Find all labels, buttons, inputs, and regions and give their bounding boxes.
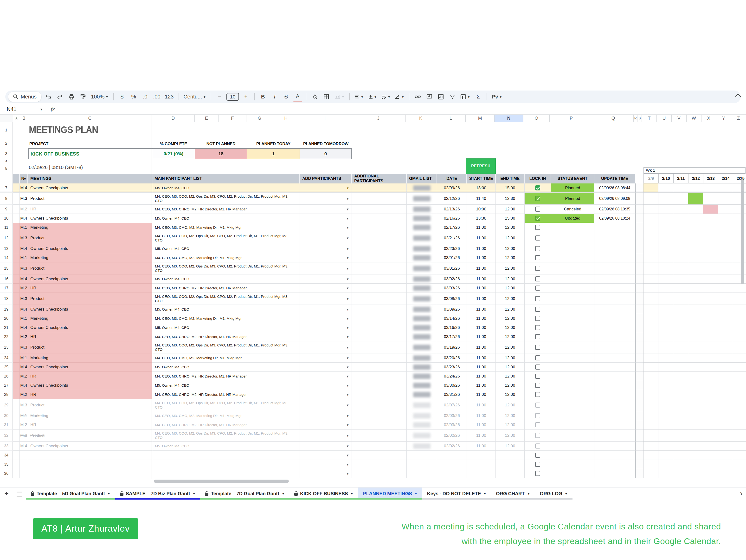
cell-meeting-no[interactable]: M.1 [20, 354, 28, 363]
row-number[interactable]: 20 [0, 314, 13, 323]
cell-status-event[interactable] [551, 363, 594, 372]
dropdown-caret-icon[interactable]: ▼ [346, 236, 349, 240]
gantt-cell[interactable] [733, 469, 746, 478]
cell-start-time[interactable]: 11:00 [467, 262, 496, 275]
cell-gmail[interactable] [407, 469, 437, 478]
insert-chart-button[interactable] [436, 92, 446, 102]
gantt-cell[interactable] [658, 363, 673, 372]
gantt-cell[interactable] [703, 460, 718, 469]
cell-col-a[interactable] [13, 372, 20, 381]
gantt-cell[interactable] [718, 262, 733, 275]
gantt-cell[interactable] [688, 293, 703, 305]
cell-status-event[interactable] [551, 332, 594, 341]
gantt-cell[interactable] [688, 429, 703, 442]
lock-checkbox-unchecked[interactable] [535, 345, 540, 350]
cell-additional-participants[interactable] [352, 323, 407, 332]
cell-additional-participants[interactable] [352, 293, 407, 305]
column-header-T[interactable]: T [642, 115, 657, 122]
cell-end-time[interactable]: 12:00 [496, 399, 525, 411]
paint-format-button[interactable] [79, 92, 88, 102]
cell-update-time[interactable] [594, 275, 635, 284]
column-header-K[interactable]: K [406, 115, 436, 122]
gantt-cell[interactable] [673, 205, 688, 214]
gantt-cell[interactable] [688, 193, 703, 205]
cell-update-time[interactable] [594, 244, 635, 253]
cell-update-time[interactable] [594, 411, 635, 420]
gantt-cell[interactable] [658, 429, 673, 442]
cell-end-time[interactable] [496, 451, 525, 460]
cell-date[interactable]: 02/03/26 [437, 420, 467, 429]
cell-update-time[interactable] [594, 341, 635, 354]
gantt-cell[interactable] [688, 390, 703, 399]
cell-additional-participants[interactable] [352, 429, 407, 442]
lock-checkbox-unchecked[interactable] [535, 471, 540, 476]
cell-col-a[interactable] [13, 232, 20, 244]
gantt-cell[interactable] [658, 223, 673, 232]
lock-checkbox-unchecked[interactable] [535, 374, 540, 379]
cell-end-time[interactable]: 12:00 [496, 244, 525, 253]
row-number[interactable]: 32 [0, 429, 13, 442]
gantt-cell[interactable] [703, 205, 718, 214]
gantt-cell[interactable] [718, 341, 733, 354]
gantt-cell[interactable] [703, 262, 718, 275]
complete-label[interactable]: % COMPLETE [152, 142, 195, 148]
gantt-cell[interactable] [718, 399, 733, 411]
cell-status-event[interactable]: Canceled [551, 205, 594, 214]
cell-participant-list[interactable] [152, 451, 300, 460]
cell-start-time[interactable]: 11:00 [467, 223, 496, 232]
gantt-cell[interactable] [733, 372, 746, 381]
cell-start-time[interactable]: 10:00 [467, 205, 496, 214]
cell-spacer[interactable] [635, 469, 643, 478]
cell-additional-participants[interactable] [352, 332, 407, 341]
row-number[interactable]: 27 [0, 381, 13, 390]
add-sheet-button[interactable]: + [0, 487, 13, 500]
dropdown-caret-icon[interactable]: ▼ [346, 277, 349, 281]
cell-meeting-name[interactable]: Product [28, 262, 152, 275]
gantt-cell[interactable] [673, 275, 688, 284]
cell-meeting-no[interactable]: M.3 [20, 293, 28, 305]
dropdown-caret-icon[interactable]: ▼ [346, 217, 349, 220]
gantt-cell[interactable] [643, 223, 658, 232]
column-header-A[interactable]: A [13, 115, 20, 122]
cell-add-participants[interactable]: ▼ [300, 460, 352, 469]
gantt-cell[interactable] [733, 442, 746, 451]
cell-spacer[interactable] [635, 232, 643, 244]
gantt-cell[interactable] [718, 354, 733, 363]
cell-start-time[interactable]: 11:00 [467, 314, 496, 323]
gantt-cell[interactable] [658, 314, 673, 323]
cell-meeting-name[interactable]: Owners Checkpoints [28, 363, 152, 372]
gantt-cell[interactable] [643, 244, 658, 253]
cell-additional-participants[interactable] [352, 305, 407, 314]
cell-end-time[interactable]: 12:00 [496, 293, 525, 305]
gantt-cell[interactable] [718, 442, 733, 451]
row-number[interactable]: 25 [0, 363, 13, 372]
cell-meeting-no[interactable]: M.4 [20, 244, 28, 253]
cell-spacer[interactable] [635, 305, 643, 314]
row-number[interactable]: 35 [0, 460, 13, 469]
sheet-tab-sample-7d-biz-plan-gantt[interactable]: SAMPLE – 7D Biz Plan Gantt▼ [115, 487, 200, 500]
redo-button[interactable] [55, 92, 64, 102]
cell-lock-in[interactable] [525, 305, 551, 314]
cell-gmail[interactable] [407, 244, 437, 253]
column-header-Y[interactable]: Y [716, 115, 731, 122]
cell-lock-in[interactable] [525, 205, 551, 214]
cell-additional-participants[interactable] [352, 275, 407, 284]
cell-meeting-name[interactable]: HR [28, 372, 152, 381]
cell-additional-participants[interactable] [352, 314, 407, 323]
gantt-cell[interactable] [658, 381, 673, 390]
cell-col-a[interactable] [13, 244, 20, 253]
print-button[interactable] [67, 92, 76, 102]
gantt-cell[interactable] [643, 469, 658, 478]
column-header-M[interactable]: M [466, 115, 494, 122]
gantt-cell[interactable] [703, 390, 718, 399]
lock-checkbox-unchecked[interactable] [535, 206, 540, 212]
insert-comment-button[interactable] [425, 92, 434, 102]
cell-status-event[interactable] [551, 354, 594, 363]
cell-add-participants[interactable]: ▼ [300, 372, 352, 381]
sheet-tab-keys-do-not-delete[interactable]: Keys - DO NOT DELETE▼ [422, 487, 491, 500]
cell-end-time[interactable]: 12:00 [496, 314, 525, 323]
sheet-tab-org-chart[interactable]: ORG CHART▼ [491, 487, 535, 500]
gantt-cell[interactable] [643, 341, 658, 354]
cell-lock-in[interactable] [525, 323, 551, 332]
cell-meeting-no[interactable] [20, 451, 28, 460]
